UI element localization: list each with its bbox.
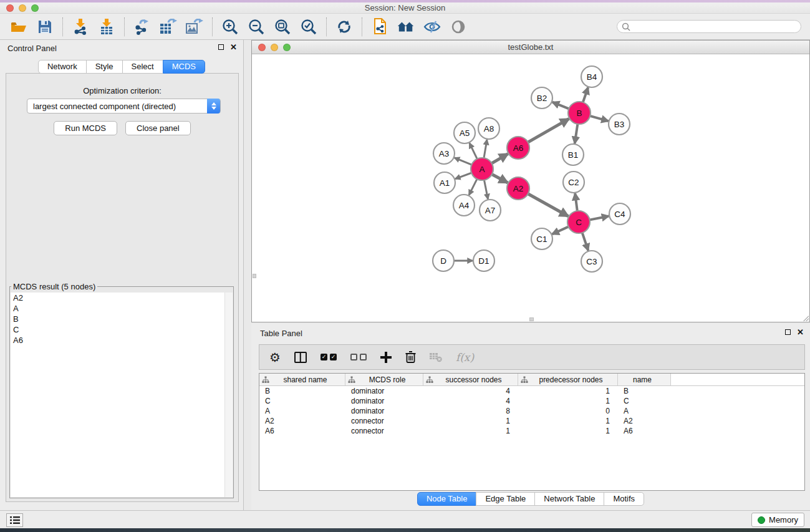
hide-selected-icon[interactable] xyxy=(423,18,441,36)
edge-B-B3[interactable] xyxy=(589,115,608,121)
cell-shared-name[interactable]: A6 xyxy=(259,427,345,435)
export-network-icon[interactable] xyxy=(133,18,151,36)
node-D[interactable]: D xyxy=(433,250,454,271)
refresh-icon[interactable] xyxy=(335,18,353,36)
float-table-panel-icon[interactable] xyxy=(785,329,791,335)
node-D1[interactable]: D1 xyxy=(473,250,494,271)
save-session-icon[interactable] xyxy=(36,18,54,36)
table-row[interactable]: Adominator80A xyxy=(259,406,804,416)
cell-MCDS-role[interactable]: dominator xyxy=(345,397,423,405)
node-A2[interactable]: A2 xyxy=(507,177,529,200)
node-A7[interactable]: A7 xyxy=(480,200,501,221)
mcds-result-item[interactable]: B xyxy=(11,314,233,324)
node-C[interactable]: C xyxy=(567,211,590,233)
edge-B-B1[interactable] xyxy=(575,123,578,143)
edge-C-C1[interactable] xyxy=(552,226,569,235)
edge-A-A7[interactable] xyxy=(484,179,488,200)
node-B[interactable]: B xyxy=(568,102,591,124)
node-A4[interactable]: A4 xyxy=(453,195,475,216)
node-B1[interactable]: B1 xyxy=(562,144,584,165)
close-table-panel-icon[interactable]: ✕ xyxy=(797,329,804,336)
tab-mcds[interactable]: MCDS xyxy=(163,60,205,74)
run-mcds-button[interactable]: Run MCDS xyxy=(54,121,117,135)
cell-predecessor-nodes[interactable]: 0 xyxy=(518,407,618,415)
cell-name[interactable]: C xyxy=(618,397,671,405)
tab-node-table[interactable]: Node Table xyxy=(417,492,477,506)
cell-name[interactable]: A xyxy=(618,407,671,415)
cell-predecessor-nodes[interactable]: 1 xyxy=(518,427,618,435)
cell-MCDS-role[interactable]: connector xyxy=(345,427,423,435)
add-column-icon[interactable] xyxy=(380,352,392,363)
cell-predecessor-nodes[interactable]: 1 xyxy=(518,397,618,405)
edge-C-C2[interactable] xyxy=(575,193,577,212)
import-network-icon[interactable] xyxy=(72,18,89,36)
tab-select[interactable]: Select xyxy=(122,60,163,74)
delete-column-icon[interactable] xyxy=(405,351,416,363)
tab-motifs[interactable]: Motifs xyxy=(604,492,644,506)
close-panel-icon[interactable]: ✕ xyxy=(230,44,237,51)
node-A5[interactable]: A5 xyxy=(454,122,475,143)
cell-successor-nodes[interactable]: 1 xyxy=(423,417,518,425)
node-C4[interactable]: C4 xyxy=(609,203,630,225)
export-table-icon[interactable] xyxy=(160,18,177,36)
show-graphics-details-icon[interactable] xyxy=(450,18,467,36)
zoom-in-icon[interactable] xyxy=(221,18,239,36)
column-header-shared-name[interactable]: shared name xyxy=(259,374,345,385)
open-session-icon[interactable] xyxy=(10,18,27,36)
cell-MCDS-role[interactable]: dominator xyxy=(345,407,423,415)
column-header-predecessor-nodes[interactable]: predecessor nodes xyxy=(518,374,618,385)
split-columns-icon[interactable] xyxy=(294,352,307,363)
network-canvas[interactable]: AA1A2A3A4A5A6A7A8BB1B2B3B4CC1C2C3C4DD1 xyxy=(252,54,809,322)
memory-button[interactable]: Memory xyxy=(751,513,804,527)
edge-A-A8[interactable] xyxy=(484,140,487,159)
cell-name[interactable]: A6 xyxy=(618,427,671,435)
node-B4[interactable]: B4 xyxy=(581,66,602,87)
task-history-button[interactable] xyxy=(6,513,23,527)
node-C3[interactable]: C3 xyxy=(581,251,602,272)
network-graph[interactable]: AA1A2A3A4A5A6A7A8BB1B2B3B4CC1C2C3C4DD1 xyxy=(252,54,809,322)
table-row[interactable]: A2connector11A2 xyxy=(259,416,804,426)
edge-A6-B[interactable] xyxy=(527,118,569,143)
edge-B-B4[interactable] xyxy=(582,87,588,104)
node-C2[interactable]: C2 xyxy=(563,172,584,193)
edge-A-A4[interactable] xyxy=(469,178,478,195)
edge-A2-C[interactable] xyxy=(527,193,568,216)
cell-MCDS-role[interactable]: dominator xyxy=(345,387,423,395)
cell-shared-name[interactable]: C xyxy=(259,397,345,405)
edge-A-A3[interactable] xyxy=(455,158,473,165)
cell-name[interactable]: B xyxy=(618,387,671,395)
tab-edge-table[interactable]: Edge Table xyxy=(476,492,535,506)
cell-shared-name[interactable]: A2 xyxy=(259,417,345,425)
cell-successor-nodes[interactable]: 4 xyxy=(423,397,518,405)
result-list-scrollbar[interactable] xyxy=(224,293,233,497)
network-from-file-icon[interactable] xyxy=(371,18,388,36)
import-table-icon[interactable] xyxy=(98,18,115,36)
float-panel-icon[interactable] xyxy=(218,44,224,50)
table-row[interactable]: A6connector11A6 xyxy=(259,426,804,436)
cell-successor-nodes[interactable]: 1 xyxy=(423,427,518,435)
edge-A-A5[interactable] xyxy=(470,143,478,160)
table-row[interactable]: Cdominator41C xyxy=(259,396,804,406)
column-header-name[interactable]: name xyxy=(618,374,671,385)
column-header-successor-nodes[interactable]: successor nodes xyxy=(423,374,518,385)
mcds-result-item[interactable]: A2 xyxy=(11,293,233,303)
edge-C-C4[interactable] xyxy=(589,216,609,220)
cell-predecessor-nodes[interactable]: 1 xyxy=(518,417,618,425)
edge-C-C3[interactable] xyxy=(582,231,588,251)
canvas-bottom-scroll-nub[interactable] xyxy=(529,317,534,321)
zoom-fit-icon[interactable] xyxy=(274,18,291,36)
column-header-MCDS-role[interactable]: MCDS role xyxy=(345,374,423,385)
search-input[interactable] xyxy=(617,20,801,33)
cell-shared-name[interactable]: B xyxy=(259,387,345,395)
network-window-titlebar[interactable]: testGlobe.txt xyxy=(252,41,809,54)
deselect-all-checkboxes-icon[interactable] xyxy=(350,354,367,360)
cell-predecessor-nodes[interactable]: 1 xyxy=(518,387,618,395)
node-C1[interactable]: C1 xyxy=(531,228,552,249)
cell-name[interactable]: A2 xyxy=(618,417,671,425)
cell-successor-nodes[interactable]: 8 xyxy=(423,407,518,415)
home-icon[interactable] xyxy=(397,18,415,36)
mcds-result-item[interactable]: A xyxy=(11,303,233,314)
node-A3[interactable]: A3 xyxy=(433,143,455,164)
node-B3[interactable]: B3 xyxy=(609,114,630,135)
cell-MCDS-role[interactable]: connector xyxy=(345,417,423,425)
